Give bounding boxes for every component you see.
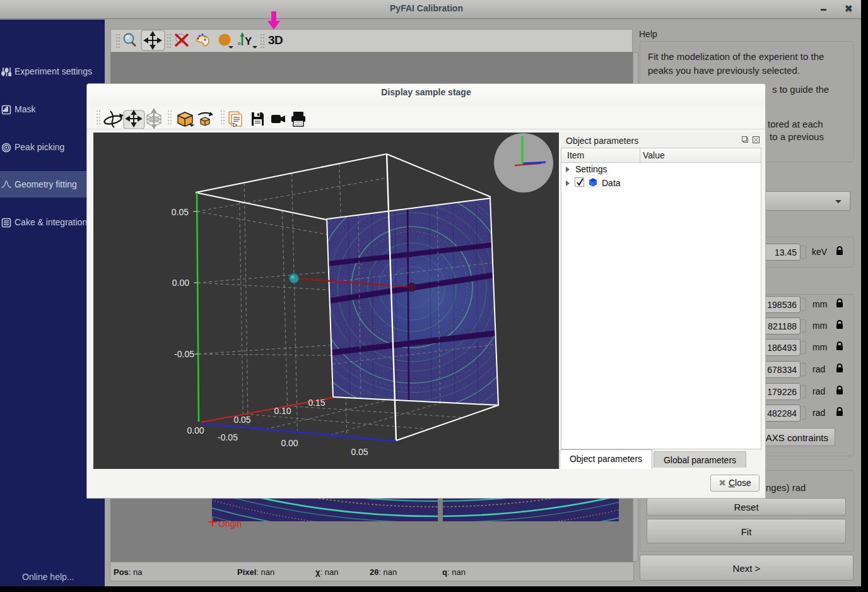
svg-text:o: o	[238, 40, 241, 46]
svg-text:-0.05: -0.05	[218, 432, 238, 442]
svg-text:0.10: 0.10	[274, 406, 291, 416]
svg-text:0.00: 0.00	[187, 425, 204, 435]
svg-text:Origin: Origin	[218, 519, 242, 529]
svg-text:3D: 3D	[268, 33, 283, 47]
svg-text:0.05: 0.05	[233, 415, 250, 425]
svg-text:0.15: 0.15	[308, 398, 325, 408]
svg-text:0.05: 0.05	[351, 447, 368, 457]
svg-text:0.05: 0.05	[172, 207, 189, 217]
svg-text:Y: Y	[245, 35, 252, 47]
svg-text:0.00: 0.00	[281, 438, 298, 448]
svg-text:-0.05: -0.05	[174, 349, 194, 359]
svg-text:0.00: 0.00	[172, 278, 189, 288]
